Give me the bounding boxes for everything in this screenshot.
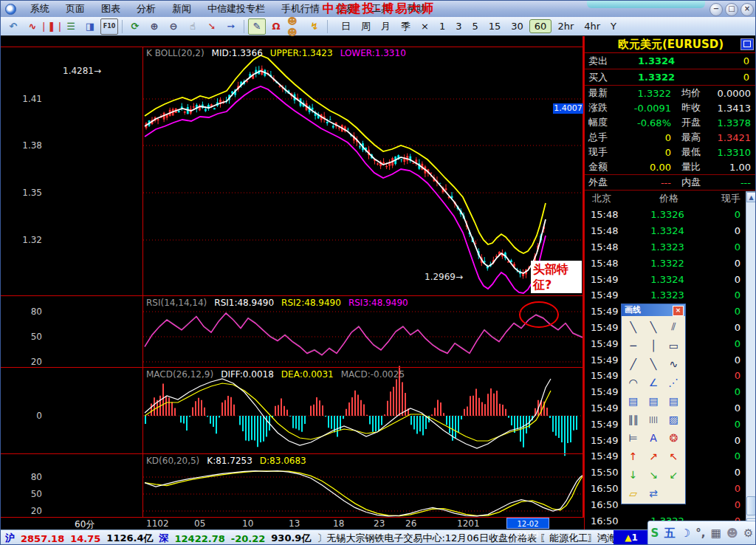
draw-tool-29[interactable]	[664, 484, 684, 502]
draw-tool-19[interactable]: A	[643, 428, 663, 447]
tick-row[interactable]: 15:481.33260	[585, 207, 756, 223]
menu-item-5[interactable]: 中信建投专栏	[199, 1, 273, 17]
draw-tool-22[interactable]: ↗	[643, 447, 663, 465]
lightning-icon[interactable]: ↯	[306, 18, 323, 35]
period-5[interactable]: 5	[467, 20, 482, 32]
period-3[interactable]: 3	[451, 20, 466, 32]
wubi-icon[interactable]: 五	[664, 527, 676, 541]
period-60[interactable]: 60	[529, 19, 552, 33]
hand-icon[interactable]: ☝	[184, 18, 202, 35]
period-月[interactable]: 月	[377, 19, 395, 34]
period-日[interactable]: 日	[337, 19, 355, 34]
scrollbar-thumb[interactable]	[746, 496, 756, 515]
draw-tool-3[interactable]: ─	[623, 336, 643, 354]
draw-tool-20[interactable]: ❂	[664, 428, 684, 447]
refresh-icon[interactable]: ⟳	[126, 18, 144, 35]
draw-tool-5[interactable]: ▭	[664, 336, 684, 354]
close-button[interactable]: ×	[740, 3, 754, 16]
scrollbar-up-icon[interactable]: ▲	[746, 192, 756, 202]
back-icon[interactable]: ↶	[4, 18, 22, 35]
period-2hr[interactable]: 2hr	[553, 20, 578, 32]
menu-item-3[interactable]: 分析	[128, 1, 164, 17]
panel-restore-icon[interactable]	[740, 38, 754, 50]
period-30[interactable]: 30	[506, 20, 528, 32]
draw-tool-10[interactable]: ∠	[643, 373, 663, 391]
draw-tool-14[interactable]: ▤	[664, 391, 684, 410]
draw-tool-0[interactable]: ╲	[623, 318, 643, 336]
draw-tool-16[interactable]: ||||	[643, 410, 663, 428]
tick-row[interactable]: 15:491.33240	[585, 271, 756, 287]
draw-tool-4[interactable]: │	[643, 336, 663, 354]
sogou-icon[interactable]: S	[651, 527, 659, 540]
palette-title-bar[interactable]: 画线 ×	[622, 304, 685, 316]
draw-tool-27[interactable]: ▱	[623, 484, 643, 502]
tick-row[interactable]: 15:481.33240	[585, 223, 756, 239]
draw-tool-26[interactable]: ↙	[664, 465, 684, 484]
menu-item-2[interactable]: 图表	[93, 1, 128, 17]
minimize-button[interactable]: −	[709, 3, 723, 16]
restore-button[interactable]: □	[725, 3, 738, 16]
news-icon[interactable]: ◨	[81, 18, 99, 35]
zoom-out-icon[interactable]: ⊖	[165, 18, 182, 35]
draw-tool-28[interactable]: ⇄	[643, 484, 663, 502]
candle-chart-icon[interactable]: ❘❚❘	[43, 18, 61, 35]
menu-item-9[interactable]: 帮助	[399, 1, 434, 17]
draw-tool-25[interactable]: ↘	[643, 465, 663, 484]
draw-tool-24[interactable]: ↓	[623, 465, 643, 484]
draw-tool-18[interactable]: ⊨	[623, 428, 643, 447]
draw-tool-2[interactable]: ⫽	[664, 318, 684, 336]
draw-tool-13[interactable]: ▤	[643, 391, 663, 410]
tick-row[interactable]: 15:491.33230	[585, 287, 756, 304]
chart-canvas[interactable]: 1.411.381.351.328050200805020	[1, 36, 584, 529]
price-alert-tag[interactable]: 1.4007	[553, 103, 583, 114]
goto-icon[interactable]: ➙	[222, 18, 240, 35]
draw-tool-8[interactable]: ∿	[664, 354, 684, 373]
draw-tool-12[interactable]: ▤	[623, 391, 643, 410]
alarm-icon[interactable]: Ω	[267, 18, 285, 35]
wrench-icon[interactable]: ⚙	[743, 527, 753, 540]
period-1[interactable]: 1	[435, 20, 450, 32]
draw-tool-6[interactable]: ╱	[623, 354, 643, 373]
ime-toolbar[interactable]: S五☽°,▦☻⚙	[647, 521, 756, 545]
palette-close-icon[interactable]: ×	[673, 306, 684, 316]
line-chart-icon[interactable]: ∿	[24, 18, 41, 35]
draw-tool-23[interactable]: ↖	[664, 447, 684, 465]
draw-line-palette[interactable]: 画线 × ╲╲⫽─│▭╱╲∿◠∠⋰▤▤▤∥∥||||▨⊨A❂↑↗↖↓↘↙▱⇄	[621, 304, 686, 504]
period-季[interactable]: 季	[396, 19, 415, 34]
tick-row[interactable]: 15:481.33230	[585, 239, 756, 256]
period-周[interactable]: 周	[357, 19, 375, 34]
menu-item-8[interactable]: 工具	[363, 1, 399, 17]
tick-price: 1.3322	[632, 258, 703, 269]
period-4hr[interactable]: 4hr	[580, 20, 605, 32]
draw-tool-9[interactable]: ◠	[623, 373, 643, 391]
page-next-icon[interactable]: ➘	[203, 18, 221, 35]
user-icon[interactable]: ☻	[726, 527, 738, 540]
alert-badge[interactable]: ▲1	[614, 530, 649, 545]
moon-icon[interactable]: ☽	[681, 527, 690, 540]
draw-tool-11[interactable]: ⋰	[664, 373, 684, 391]
menu-item-1[interactable]: 页面	[58, 1, 93, 17]
draw-tool-17[interactable]: ▨	[664, 410, 684, 428]
draw-icon[interactable]: ✎	[248, 18, 266, 35]
users-icon[interactable]: ☻☻	[286, 18, 304, 35]
menu-item-4[interactable]: 新闻	[164, 1, 199, 17]
f10-icon[interactable]: F10	[100, 18, 118, 35]
period-×[interactable]: ×	[416, 20, 433, 32]
draw-tool-1[interactable]: ╲	[643, 318, 663, 336]
stat-label: 涨跌	[585, 101, 618, 114]
stat-label: 量比	[671, 160, 711, 174]
tick-scrollbar[interactable]: ▲ ▼	[746, 191, 756, 529]
period-15[interactable]: 15	[484, 20, 506, 32]
keyboard-icon[interactable]: ▦	[711, 527, 721, 540]
draw-tool-7[interactable]: ╲	[643, 354, 663, 373]
user-annotation-box[interactable]: 头部特征?	[531, 261, 582, 293]
draw-tool-15[interactable]: ∥∥	[623, 410, 643, 428]
period-Y[interactable]: Y	[606, 20, 621, 32]
tick-row[interactable]: 15:481.33220	[585, 255, 756, 271]
menu-item-0[interactable]: 系统	[22, 1, 58, 17]
quote-list-icon[interactable]: ☰	[62, 18, 80, 35]
draw-tool-21[interactable]: ↑	[623, 447, 643, 465]
menu-item-7[interactable]: 交易	[328, 1, 363, 17]
zoom-in-icon[interactable]: ⊕	[145, 18, 163, 35]
punct-icon[interactable]: °,	[695, 527, 705, 540]
